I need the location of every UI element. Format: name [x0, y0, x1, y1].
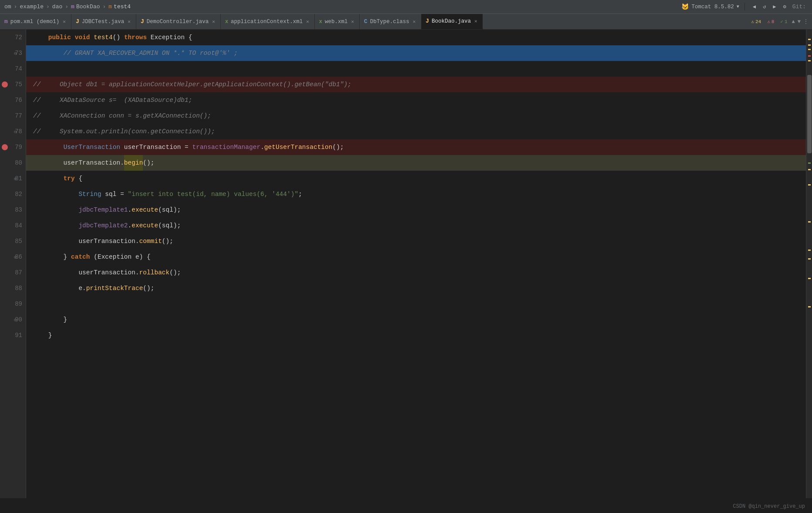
scrollbar-thumb[interactable] [807, 75, 812, 153]
code-line-77: // XAConnection conn = s.getXAConnection… [26, 108, 806, 124]
line-84: 84 [0, 218, 26, 233]
fold-78[interactable]: ⊖ [14, 129, 17, 135]
tab-pom[interactable]: m pom.xml (demo1) ✕ [0, 14, 71, 29]
minimap-mark-green [808, 162, 811, 164]
chevron-down-icon: ▼ [737, 4, 739, 9]
server-selector[interactable]: 🐱 Tomcat 8.5.82 ▼ [676, 3, 745, 10]
minimap-mark-yellow10 [808, 278, 811, 279]
breadcrumb: om › example › dao › m BookDao › m test4… [0, 0, 812, 14]
warning-badge: ⚠ 24 [749, 18, 763, 25]
line-74: 74 [0, 61, 26, 77]
forward-btn[interactable]: ▶ [770, 3, 778, 11]
line-72: 72 [0, 30, 26, 45]
fold-90[interactable]: ⊖ [14, 317, 17, 323]
minimap-mark-yellow4 [808, 60, 811, 61]
settings-btn[interactable]: ⚙ [781, 3, 789, 11]
minimap-mark-yellow6 [808, 184, 811, 186]
line-87: 87 [0, 265, 26, 280]
tab-icon-j: J [76, 18, 79, 25]
tab-jdbc[interactable]: J JDBCTest.java ✕ [71, 14, 136, 29]
tab-close-appctx[interactable]: ✕ [305, 18, 310, 25]
code-line-83: jdbcTemplate1.execute(sql); [26, 202, 806, 218]
minimap-mark-yellow2 [808, 44, 811, 46]
breadcrumb-bookdao[interactable]: m BookDao [71, 3, 100, 10]
tab-close-jdbc[interactable]: ✕ [127, 18, 131, 25]
breadcrumb-item[interactable]: example [20, 3, 44, 10]
code-line-84: jdbcTemplate2.execute(sql); [26, 218, 806, 233]
line-78: 78 ⊖ [0, 124, 26, 139]
line-86: 86 ⊖ [0, 249, 26, 265]
minimap-mark-yellow8 [808, 250, 811, 251]
code-line-86: } catch (Exception e) { [26, 249, 806, 265]
line-80: 80 [0, 155, 26, 171]
code-line-73: // GRANT XA_RECOVER_ADMIN ON *.* TO root… [26, 45, 806, 61]
code-line-81: try { [26, 171, 806, 186]
tab-appctx[interactable]: x applicationContext.xml ✕ [221, 14, 315, 29]
code-line-78: // System.out.println(conn.getConnection… [26, 124, 806, 139]
editor: 72 73 ⊖ 74 75 76 77 78 ⊖ 79 [0, 30, 812, 498]
tab-demo[interactable]: J DemoController.java ✕ [136, 14, 221, 29]
fold-73[interactable]: ⊖ [14, 51, 17, 56]
tab-icon-c: C [364, 18, 367, 25]
back-btn[interactable]: ◀ [750, 3, 758, 11]
breadcrumb-item[interactable]: om [4, 3, 11, 10]
code-line-87: userTransaction.rollback(); [26, 265, 806, 280]
tab-dbtype[interactable]: C DbType.class ✕ [360, 14, 421, 29]
breakpoint-79[interactable] [2, 144, 8, 150]
code-line-75: // Object db1 = applicationContextHelper… [26, 77, 806, 92]
line-75: 75 [0, 77, 26, 92]
error-badge: ⚠ 8 [765, 18, 776, 25]
tab-icon-x2: x [319, 19, 322, 25]
ok-badge: ✓ 1 [778, 18, 789, 25]
tab-icon-m: m [4, 18, 8, 25]
tab-icon-x: x [225, 19, 228, 25]
breadcrumb-method[interactable]: m test4 [108, 3, 131, 10]
line-73: 73 ⊖ [0, 45, 26, 61]
tab-web[interactable]: x web.xml ✕ [315, 14, 360, 29]
breakpoint-75[interactable] [2, 81, 8, 88]
breadcrumb-item[interactable]: dao [52, 3, 62, 10]
code-line-85: userTransaction.commit(); [26, 233, 806, 249]
code-line-80: userTransaction.begin(); [26, 155, 806, 171]
tab-close-web[interactable]: ✕ [350, 18, 355, 25]
code-line-88: e.printStackTrace(); [26, 280, 806, 296]
line-90: 90 ⊖ [0, 312, 26, 327]
line-82: 82 [0, 186, 26, 202]
line-88: 88 [0, 280, 26, 296]
tab-close-bookdao[interactable]: ✕ [473, 18, 478, 24]
line-77: 77 [0, 108, 26, 124]
tab-bar: m pom.xml (demo1) ✕ J JDBCTest.java ✕ J … [0, 14, 812, 30]
code-line-74 [26, 61, 806, 77]
tab-icon-j2: J [141, 18, 144, 25]
code-line-76: // XADataSource s= (XADataSource)db1; [26, 92, 806, 108]
tab-close-dbtype[interactable]: ✕ [412, 18, 417, 25]
code-line-91: } [26, 327, 806, 343]
line-76: 76 [0, 92, 26, 108]
fold-81[interactable]: ⊖ [14, 176, 17, 182]
minimap-mark-red [808, 55, 811, 57]
line-gutter: 72 73 ⊖ 74 75 76 77 78 ⊖ 79 [0, 30, 26, 498]
tab-close-demo[interactable]: ✕ [211, 18, 216, 25]
line-83: 83 [0, 202, 26, 218]
code-line-82: String sql = "insert into test(id, name)… [26, 186, 806, 202]
tab-list-btn[interactable]: ⋮ [803, 18, 809, 25]
line-79: 79 [0, 139, 26, 155]
attribution: CSDN @qin_never_give_up [733, 503, 805, 510]
minimap-mark-yellow3 [808, 49, 811, 50]
tomcat-icon: 🐱 [681, 3, 689, 10]
line-81: 81 ⊖ [0, 171, 26, 186]
tab-close-pom[interactable]: ✕ [62, 18, 67, 25]
chevron-up-icon[interactable]: ▲ [792, 19, 795, 25]
chevron-down-icon2[interactable]: ▼ [798, 19, 801, 25]
right-minimap [806, 30, 812, 498]
fold-86[interactable]: ⊖ [14, 254, 17, 260]
line-89: 89 [0, 296, 26, 312]
code-line-89 [26, 296, 806, 312]
tab-icon-j3: J [426, 18, 429, 24]
minimap-mark-yellow5 [808, 169, 811, 170]
minimap-mark-yellow [808, 39, 811, 40]
code-line-79: UserTransaction userTransaction = transa… [26, 139, 806, 155]
tab-bookdao[interactable]: J BookDao.java ✕ [421, 14, 483, 29]
code-area[interactable]: public void test4() throws Exception { /… [26, 30, 806, 498]
reload-btn[interactable]: ↺ [760, 3, 768, 11]
